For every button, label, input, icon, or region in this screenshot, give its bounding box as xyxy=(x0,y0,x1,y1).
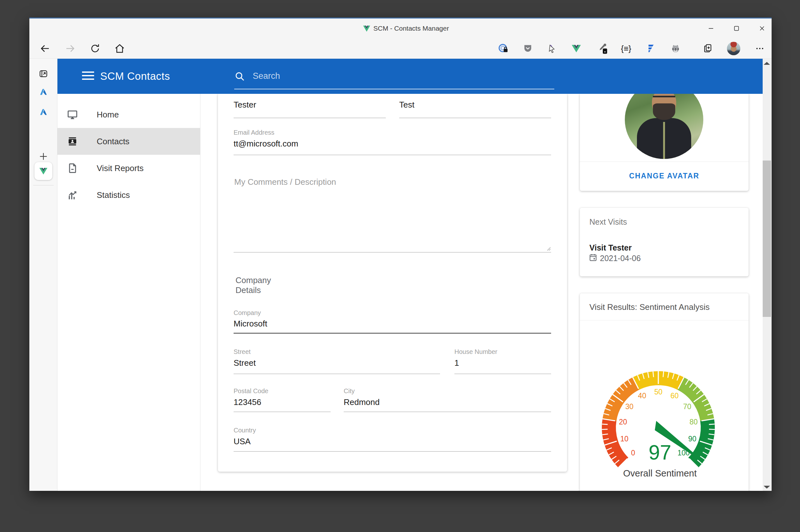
search-input[interactable] xyxy=(252,68,540,83)
city-field[interactable] xyxy=(344,396,548,408)
more-icon[interactable] xyxy=(755,44,765,53)
change-avatar-button[interactable]: CHANGE AVATAR xyxy=(580,169,749,183)
country-label: Country xyxy=(233,427,256,434)
svg-text:30: 30 xyxy=(626,402,634,411)
sentiment-gauge: 97 Overall Sentiment 0102030405060708090… xyxy=(594,364,722,491)
gauge-value: 97 xyxy=(648,441,671,464)
search-icon xyxy=(234,71,245,82)
scrollbar-thumb[interactable] xyxy=(763,160,771,317)
privacy-ring-icon[interactable] xyxy=(498,43,509,54)
field-underline xyxy=(344,412,551,412)
field-underline xyxy=(233,155,551,155)
app-title: SCM Contacts xyxy=(100,59,170,94)
app-bar: SCM Contacts xyxy=(57,59,763,94)
field-underline-focused xyxy=(233,333,551,334)
vue-tab-active[interactable] xyxy=(35,162,52,180)
house-number-field[interactable] xyxy=(454,357,550,368)
last-name-field[interactable] xyxy=(399,99,549,110)
close-button[interactable] xyxy=(755,21,769,36)
svg-text:80: 80 xyxy=(690,418,698,426)
hamburger-menu-icon[interactable] xyxy=(82,72,94,81)
field-underline xyxy=(233,118,386,118)
chart-icon xyxy=(67,189,78,201)
desktop: SCM - Contacts Manager https://bosta xyxy=(0,0,800,532)
svg-text:10: 10 xyxy=(620,435,629,443)
svg-text:90: 90 xyxy=(688,435,697,443)
raccoon-icon[interactable] xyxy=(670,43,681,54)
street-label: Street xyxy=(233,348,250,356)
vue-favicon-icon xyxy=(362,24,371,33)
vertical-tab-strip xyxy=(30,59,57,491)
country-field[interactable] xyxy=(233,436,550,447)
collections-icon[interactable] xyxy=(702,43,713,54)
contact-card-icon xyxy=(67,136,78,147)
next-visit-name: Visit Tester xyxy=(589,243,631,252)
page-scrollbar[interactable] xyxy=(763,59,771,491)
reload-icon[interactable] xyxy=(89,43,101,54)
profile-avatar[interactable] xyxy=(727,42,740,55)
resize-handle-icon[interactable] xyxy=(546,246,551,251)
browser-titlebar: SCM - Contacts Manager xyxy=(30,19,772,38)
maximize-button[interactable] xyxy=(729,21,744,36)
calendar-icon xyxy=(589,253,597,262)
field-underline xyxy=(399,118,551,118)
sidebar-item-contacts[interactable]: Contacts xyxy=(57,128,200,155)
card-divider xyxy=(580,162,749,162)
avatar-beard xyxy=(653,103,675,120)
forward-icon[interactable] xyxy=(64,43,76,54)
sidebar-item-label: Home xyxy=(97,101,119,128)
back-icon[interactable] xyxy=(39,43,51,54)
city-label: City xyxy=(344,387,355,395)
pocket-shield-icon[interactable] xyxy=(523,43,533,54)
field-underline xyxy=(233,374,440,374)
sidebar-item-label: Statistics xyxy=(97,182,130,208)
window-title: SCM - Contacts Manager xyxy=(373,19,449,38)
comments-field[interactable] xyxy=(233,176,552,250)
next-visit-date: 2021-04-06 xyxy=(600,254,641,263)
document-icon xyxy=(67,163,78,174)
svg-text:40: 40 xyxy=(638,392,646,400)
monitor-icon xyxy=(67,109,78,120)
company-label: Company xyxy=(233,309,261,317)
next-visits-card: Next Visits Visit Tester 2021-04-06 xyxy=(580,208,749,277)
sidebar-item-visit-reports[interactable]: Visit Reports xyxy=(57,155,200,182)
svg-text:0: 0 xyxy=(631,449,635,457)
minimize-button[interactable] xyxy=(704,21,718,36)
pointer-icon[interactable] xyxy=(547,43,557,54)
vue-devtools-icon[interactable] xyxy=(571,43,582,54)
avatar-zip xyxy=(663,122,665,159)
email-field[interactable] xyxy=(233,138,550,149)
svg-text:20: 20 xyxy=(619,418,627,426)
postal-code-label: Postal Code xyxy=(233,387,268,395)
color-picker-icon[interactable] xyxy=(597,43,609,54)
svg-text:70: 70 xyxy=(683,402,691,411)
email-label: Email Address xyxy=(233,129,274,136)
new-tab-icon[interactable] xyxy=(39,152,48,161)
tab-actions-icon[interactable] xyxy=(39,69,48,78)
scroll-down-arrow[interactable] xyxy=(764,486,770,489)
gauge-label: Overall Sentiment xyxy=(623,468,697,478)
azure-tab-icon[interactable] xyxy=(38,107,49,117)
sidebar-item-home[interactable]: Home xyxy=(57,101,200,128)
search-underline xyxy=(234,89,554,89)
svg-text:60: 60 xyxy=(670,392,679,400)
nav-drawer: Home Contacts Visit Reports Statistics xyxy=(57,94,201,491)
first-name-field[interactable] xyxy=(233,99,384,110)
field-underline xyxy=(233,412,330,412)
home-icon[interactable] xyxy=(114,43,126,54)
sidebar-item-label: Visit Reports xyxy=(97,155,144,182)
company-details-title: Company Details xyxy=(235,276,271,295)
svg-text:50: 50 xyxy=(654,388,663,396)
street-field[interactable] xyxy=(233,357,438,368)
sentiment-card-title: Visit Results: Sentiment Analysis xyxy=(589,302,710,312)
flow-flag-icon[interactable] xyxy=(646,43,656,54)
azure-tab-icon[interactable] xyxy=(38,87,49,97)
browser-window: SCM - Contacts Manager https://bosta xyxy=(30,18,772,491)
sidebar-item-statistics[interactable]: Statistics xyxy=(57,182,200,208)
company-field[interactable] xyxy=(233,318,550,329)
next-visits-title: Next Visits xyxy=(589,217,627,227)
field-underline xyxy=(454,374,551,374)
postal-code-field[interactable] xyxy=(233,396,329,408)
braces-icon[interactable]: {≡} xyxy=(621,44,631,54)
scroll-up-arrow[interactable] xyxy=(764,62,770,65)
